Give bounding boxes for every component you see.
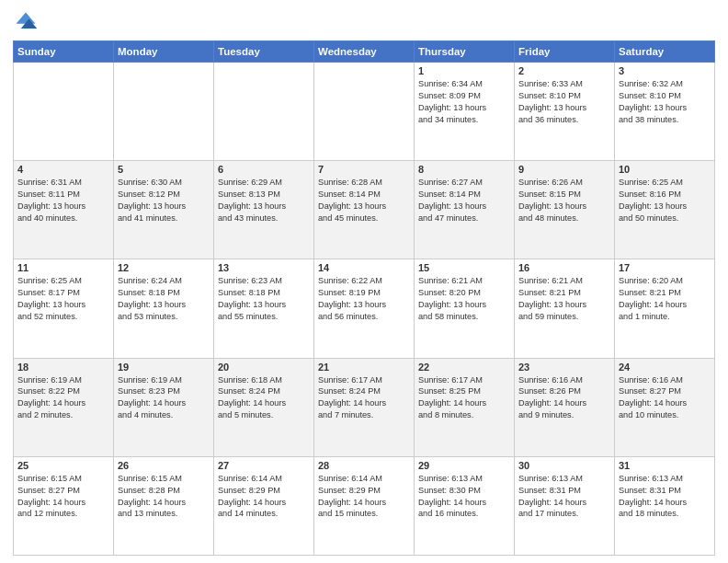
calendar-cell: 14Sunrise: 6:22 AMSunset: 8:19 PMDayligh… [314, 259, 415, 358]
day-number: 26 [118, 460, 210, 471]
calendar-cell: 26Sunrise: 6:15 AMSunset: 8:28 PMDayligh… [114, 456, 214, 555]
calendar-cell [114, 63, 214, 161]
calendar-cell: 12Sunrise: 6:24 AMSunset: 8:18 PMDayligh… [114, 259, 214, 358]
day-number: 19 [118, 362, 210, 373]
logo [13, 9, 42, 35]
calendar-cell [14, 63, 114, 161]
calendar-week-1: 1Sunrise: 6:34 AMSunset: 8:09 PMDaylight… [14, 63, 715, 161]
day-number: 5 [118, 164, 210, 175]
day-info: Sunrise: 6:15 AMSunset: 8:28 PMDaylight:… [118, 473, 210, 521]
day-info: Sunrise: 6:30 AMSunset: 8:12 PMDaylight:… [118, 177, 210, 224]
day-number: 16 [518, 262, 610, 273]
calendar-header-thursday: Thursday [415, 41, 515, 63]
day-info: Sunrise: 6:13 AMSunset: 8:31 PMDaylight:… [518, 473, 610, 521]
calendar-cell: 23Sunrise: 6:16 AMSunset: 8:26 PMDayligh… [515, 358, 615, 456]
calendar-cell: 19Sunrise: 6:19 AMSunset: 8:23 PMDayligh… [114, 358, 214, 456]
calendar-cell: 31Sunrise: 6:13 AMSunset: 8:31 PMDayligh… [615, 456, 715, 555]
calendar-week-2: 4Sunrise: 6:31 AMSunset: 8:11 PMDaylight… [14, 161, 715, 259]
day-number: 14 [318, 262, 410, 273]
calendar-cell [314, 63, 415, 161]
day-number: 15 [418, 262, 510, 273]
calendar-cell: 29Sunrise: 6:13 AMSunset: 8:30 PMDayligh… [415, 456, 515, 555]
day-info: Sunrise: 6:21 AMSunset: 8:20 PMDaylight:… [418, 275, 510, 323]
day-number: 7 [318, 164, 410, 175]
day-info: Sunrise: 6:28 AMSunset: 8:14 PMDaylight:… [318, 177, 410, 224]
day-info: Sunrise: 6:27 AMSunset: 8:14 PMDaylight:… [418, 177, 510, 224]
page: SundayMondayTuesdayWednesdayThursdayFrid… [0, 0, 728, 563]
calendar-week-3: 11Sunrise: 6:25 AMSunset: 8:17 PMDayligh… [14, 259, 715, 358]
calendar-cell: 17Sunrise: 6:20 AMSunset: 8:21 PMDayligh… [615, 259, 715, 358]
day-number: 11 [17, 262, 109, 273]
day-number: 17 [619, 262, 711, 273]
calendar-cell: 27Sunrise: 6:14 AMSunset: 8:29 PMDayligh… [214, 456, 314, 555]
day-number: 30 [518, 460, 610, 471]
day-info: Sunrise: 6:13 AMSunset: 8:30 PMDaylight:… [418, 473, 510, 521]
calendar-header-friday: Friday [515, 41, 615, 63]
day-number: 21 [318, 362, 410, 373]
day-number: 4 [17, 164, 109, 175]
calendar-cell: 9Sunrise: 6:26 AMSunset: 8:15 PMDaylight… [515, 161, 615, 259]
day-info: Sunrise: 6:32 AMSunset: 8:10 PMDaylight:… [619, 78, 711, 126]
calendar-cell: 8Sunrise: 6:27 AMSunset: 8:14 PMDaylight… [415, 161, 515, 259]
calendar-header-sunday: Sunday [14, 41, 114, 63]
calendar-header-saturday: Saturday [615, 41, 715, 63]
day-info: Sunrise: 6:15 AMSunset: 8:27 PMDaylight:… [17, 473, 109, 521]
logo-icon [13, 9, 39, 35]
calendar-cell: 21Sunrise: 6:17 AMSunset: 8:24 PMDayligh… [314, 358, 415, 456]
day-number: 28 [318, 460, 410, 471]
calendar-cell: 15Sunrise: 6:21 AMSunset: 8:20 PMDayligh… [415, 259, 515, 358]
day-number: 12 [118, 262, 210, 273]
day-info: Sunrise: 6:25 AMSunset: 8:16 PMDaylight:… [619, 177, 711, 224]
day-number: 20 [218, 362, 310, 373]
day-number: 24 [619, 362, 711, 373]
day-info: Sunrise: 6:24 AMSunset: 8:18 PMDaylight:… [118, 275, 210, 323]
day-info: Sunrise: 6:21 AMSunset: 8:21 PMDaylight:… [518, 275, 610, 323]
calendar-cell: 13Sunrise: 6:23 AMSunset: 8:18 PMDayligh… [214, 259, 314, 358]
day-info: Sunrise: 6:16 AMSunset: 8:26 PMDaylight:… [518, 374, 610, 422]
day-info: Sunrise: 6:25 AMSunset: 8:17 PMDaylight:… [17, 275, 109, 323]
day-info: Sunrise: 6:31 AMSunset: 8:11 PMDaylight:… [17, 177, 109, 224]
day-info: Sunrise: 6:14 AMSunset: 8:29 PMDaylight:… [318, 473, 410, 521]
calendar-cell: 1Sunrise: 6:34 AMSunset: 8:09 PMDaylight… [415, 63, 515, 161]
calendar-header-wednesday: Wednesday [314, 41, 415, 63]
calendar-cell: 3Sunrise: 6:32 AMSunset: 8:10 PMDaylight… [615, 63, 715, 161]
calendar-cell: 4Sunrise: 6:31 AMSunset: 8:11 PMDaylight… [14, 161, 114, 259]
calendar-header-monday: Monday [114, 41, 214, 63]
day-info: Sunrise: 6:20 AMSunset: 8:21 PMDaylight:… [619, 275, 711, 323]
day-number: 8 [418, 164, 510, 175]
day-number: 1 [418, 65, 510, 76]
calendar-cell [214, 63, 314, 161]
day-info: Sunrise: 6:19 AMSunset: 8:22 PMDaylight:… [17, 374, 109, 422]
calendar-header-tuesday: Tuesday [214, 41, 314, 63]
day-info: Sunrise: 6:14 AMSunset: 8:29 PMDaylight:… [218, 473, 310, 521]
day-number: 27 [218, 460, 310, 471]
day-number: 31 [619, 460, 711, 471]
calendar-cell: 10Sunrise: 6:25 AMSunset: 8:16 PMDayligh… [615, 161, 715, 259]
calendar-cell: 30Sunrise: 6:13 AMSunset: 8:31 PMDayligh… [515, 456, 615, 555]
day-number: 2 [518, 65, 610, 76]
day-info: Sunrise: 6:33 AMSunset: 8:10 PMDaylight:… [518, 78, 610, 126]
calendar-cell: 5Sunrise: 6:30 AMSunset: 8:12 PMDaylight… [114, 161, 214, 259]
calendar-cell: 28Sunrise: 6:14 AMSunset: 8:29 PMDayligh… [314, 456, 415, 555]
calendar-cell: 20Sunrise: 6:18 AMSunset: 8:24 PMDayligh… [214, 358, 314, 456]
day-info: Sunrise: 6:29 AMSunset: 8:13 PMDaylight:… [218, 177, 310, 224]
day-number: 3 [619, 65, 711, 76]
day-number: 23 [518, 362, 610, 373]
day-info: Sunrise: 6:22 AMSunset: 8:19 PMDaylight:… [318, 275, 410, 323]
day-number: 9 [518, 164, 610, 175]
header [13, 9, 715, 35]
day-info: Sunrise: 6:26 AMSunset: 8:15 PMDaylight:… [518, 177, 610, 224]
calendar-cell: 7Sunrise: 6:28 AMSunset: 8:14 PMDaylight… [314, 161, 415, 259]
day-info: Sunrise: 6:18 AMSunset: 8:24 PMDaylight:… [218, 374, 310, 422]
day-number: 18 [17, 362, 109, 373]
day-info: Sunrise: 6:23 AMSunset: 8:18 PMDaylight:… [218, 275, 310, 323]
day-info: Sunrise: 6:17 AMSunset: 8:24 PMDaylight:… [318, 374, 410, 422]
calendar-cell: 25Sunrise: 6:15 AMSunset: 8:27 PMDayligh… [14, 456, 114, 555]
calendar-cell: 11Sunrise: 6:25 AMSunset: 8:17 PMDayligh… [14, 259, 114, 358]
calendar-header-row: SundayMondayTuesdayWednesdayThursdayFrid… [14, 41, 715, 63]
calendar-cell: 24Sunrise: 6:16 AMSunset: 8:27 PMDayligh… [615, 358, 715, 456]
calendar-table: SundayMondayTuesdayWednesdayThursdayFrid… [13, 40, 715, 556]
day-number: 29 [418, 460, 510, 471]
calendar-cell: 2Sunrise: 6:33 AMSunset: 8:10 PMDaylight… [515, 63, 615, 161]
day-info: Sunrise: 6:34 AMSunset: 8:09 PMDaylight:… [418, 78, 510, 126]
